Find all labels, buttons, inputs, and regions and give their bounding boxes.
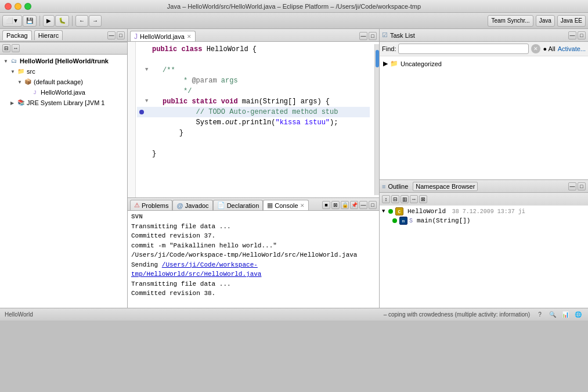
tree-item-default-package[interactable]: ▼ 📦 (default package): [0, 77, 127, 87]
outline-icon: ≡: [382, 183, 385, 190]
left-panel: Packag Hierarc — □ ⊟ ↔ ▼ 🗂 HelloWorld [H…: [0, 29, 128, 308]
javaee-perspective-button[interactable]: Java EE: [557, 15, 586, 27]
editor-scrollbar[interactable]: [374, 44, 379, 195]
status-network-button[interactable]: 🌐: [573, 310, 583, 320]
status-help-button[interactable]: ?: [535, 310, 545, 320]
fold-1[interactable]: [145, 45, 152, 53]
console-tab[interactable]: ▦ Console ✕: [263, 200, 308, 210]
console-maximize[interactable]: □: [369, 201, 377, 209]
statusbar: HelloWorld – coping with crowdedness (mu…: [0, 308, 588, 321]
tree-item-src[interactable]: ▼ 📁 src: [0, 66, 127, 77]
tree-item-helloworldjava[interactable]: J HelloWorld.java: [0, 87, 127, 98]
project-label: HelloWorld [HelloWorld/trunk: [20, 57, 109, 64]
outline-class-item[interactable]: ▼ C HelloWorld 38 7.12.2009 13:37 ji: [382, 207, 586, 216]
console-commit-text: commit -m "Paikallinen hello world..." /…: [131, 242, 357, 259]
close-button[interactable]: [5, 3, 12, 10]
status-search-button[interactable]: 🔍: [547, 310, 558, 320]
pin-console-button[interactable]: 📌: [350, 201, 358, 209]
namespace-browser-tab[interactable]: Namespace Browser: [413, 182, 478, 191]
package-explorer-tab[interactable]: Packag: [2, 30, 32, 40]
minimize-button[interactable]: [15, 3, 21, 10]
prev-button[interactable]: ←: [75, 15, 88, 27]
code-line-2: [137, 55, 370, 65]
all-filter-button[interactable]: ● All: [543, 45, 555, 52]
console-tab-close[interactable]: ✕: [300, 203, 305, 208]
breakpoint-indicator: [138, 110, 145, 114]
jre-library-label: JRE System Library [JVM 1: [27, 99, 104, 106]
task-find-clear-button[interactable]: ✕: [531, 44, 540, 53]
window-title: Java – HelloWorld/src/HelloWorld.java – …: [167, 3, 421, 10]
outline-maximize[interactable]: □: [578, 182, 586, 190]
editor-tabs: J HelloWorld.java ✕ — □: [128, 29, 379, 42]
clear-console-button[interactable]: ⊠: [331, 201, 340, 209]
task-find-row: Find: ✕ ● All Activate...: [380, 42, 588, 56]
task-list-minimize[interactable]: —: [568, 31, 576, 39]
task-category-uncategorized[interactable]: ▶ 📁 Uncategorized: [382, 59, 586, 69]
outline-collapse-button[interactable]: ⊠: [419, 195, 427, 203]
collapse-all-button[interactable]: ⊟: [2, 44, 10, 52]
activate-button[interactable]: Activate...: [558, 45, 586, 52]
tree-item-project[interactable]: ▼ 🗂 HelloWorld [HelloWorld/trunk: [0, 56, 127, 66]
code-line-11: }: [137, 149, 370, 159]
outline-class-icon: C: [395, 207, 403, 215]
link-editor-button[interactable]: ↔: [12, 44, 20, 52]
editor-panel: J HelloWorld.java ✕ — □ public class He: [128, 29, 379, 197]
console-tab-label: Console: [275, 202, 298, 209]
maximize-button[interactable]: [24, 3, 31, 10]
status-monitor-button[interactable]: 📊: [560, 310, 571, 320]
outline-method-icon: m: [399, 217, 407, 225]
save-button[interactable]: 💾: [23, 15, 37, 27]
new-button[interactable]: ⬜▼: [2, 15, 22, 27]
outline-link-button[interactable]: ↔: [410, 195, 418, 203]
problems-tab[interactable]: ⚠ Problems: [130, 200, 172, 210]
task-content: ▶ 📁 Uncategorized: [380, 56, 588, 179]
editor-tab-label: HelloWorld.java: [140, 33, 185, 40]
console-sending-label: Sending: [131, 261, 162, 268]
outline-filter-button[interactable]: ⊟: [391, 195, 399, 203]
next-button[interactable]: →: [89, 15, 102, 27]
scroll-lock-button[interactable]: 🔒: [341, 201, 349, 209]
bottom-tabs: ⚠ Problems @ Javadoc 📄 Declaration ▦ Con…: [128, 198, 379, 211]
code-editor[interactable]: public class HelloWorld { ▼ /**: [128, 42, 379, 197]
console-minimize[interactable]: —: [359, 201, 367, 209]
maximize-panel-button[interactable]: □: [117, 31, 125, 39]
tree-item-jre-library[interactable]: ▶ 📚 JRE System Library [JVM 1: [0, 98, 127, 108]
editor-maximize-button[interactable]: □: [369, 32, 377, 40]
project-icon: 🗂: [9, 56, 19, 66]
console-line-1: Transmitting file data ...: [131, 222, 376, 232]
stop-console-button[interactable]: ■: [322, 201, 330, 209]
toolbar-sep-1: [39, 16, 40, 26]
debug-button[interactable]: 🐛: [55, 15, 69, 27]
console-header: SVN: [131, 212, 376, 222]
team-sync-button[interactable]: Team Synchr...: [488, 15, 533, 27]
fold-7: [145, 108, 152, 116]
hierarchy-tab[interactable]: Hierarc: [34, 30, 63, 40]
editor-tab-close[interactable]: ✕: [187, 34, 192, 39]
outline-minimize[interactable]: —: [568, 182, 576, 190]
javadoc-tab-label: Javadoc: [185, 202, 209, 209]
run-button[interactable]: ▶: [43, 15, 55, 27]
fold-6[interactable]: ▼: [145, 98, 152, 106]
task-find-input[interactable]: [398, 44, 529, 54]
javadoc-icon: @: [176, 202, 183, 209]
task-list-header: ☑ Task List — □: [380, 29, 588, 42]
outline-tab[interactable]: Outline: [388, 183, 408, 190]
outline-controls: — □: [568, 182, 586, 190]
editor-minimize-button[interactable]: —: [359, 32, 367, 40]
console-line-5: Transmitting file data ...: [131, 279, 376, 289]
folder-icon: 📁: [390, 60, 398, 67]
java-perspective-button[interactable]: Java: [536, 15, 555, 27]
outline-fields-button[interactable]: ▥: [401, 195, 409, 203]
outline-sort-button[interactable]: ↕: [382, 195, 390, 203]
fold-3[interactable]: ▼: [145, 66, 152, 74]
minimize-panel-button[interactable]: —: [107, 31, 116, 39]
declaration-tab[interactable]: 📄 Declaration: [213, 200, 264, 210]
tree-toolbar: ⊟ ↔: [0, 42, 127, 55]
javadoc-tab[interactable]: @ Javadoc: [172, 200, 212, 210]
package-label: (default package): [34, 78, 83, 85]
traffic-lights[interactable]: [5, 3, 31, 10]
task-list-maximize[interactable]: □: [578, 31, 586, 39]
editor-tab-helloworldjava[interactable]: J HelloWorld.java ✕: [130, 31, 196, 41]
outline-method-item[interactable]: m S main(String[]): [382, 216, 586, 225]
java-tab-icon: J: [134, 33, 138, 41]
